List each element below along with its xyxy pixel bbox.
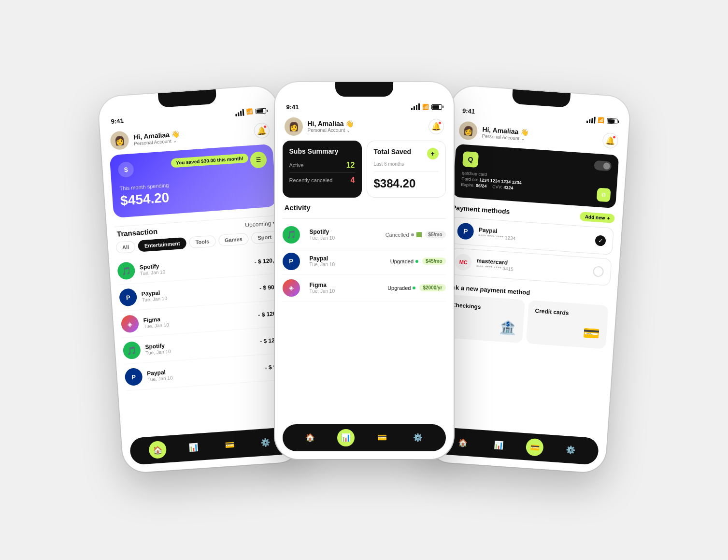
payment-methods-section: Payment methods Add new + P Paypal **** … (439, 202, 622, 290)
battery-icon-2 (431, 104, 442, 110)
upcoming-button[interactable]: Upcoming ▾ (244, 219, 276, 228)
card-logo: Q (462, 151, 479, 167)
bottom-nav-2: 🏠 📊 💳 ⚙️ (283, 424, 446, 451)
phone-2: 9:41 📶 👩 Hi, Amaliaa 👋 (275, 82, 454, 459)
transaction-list: 🎵 Spotify Tue, Jan 10 - $ 120,00 P Paypa… (109, 246, 300, 435)
dollar-icon: $ (117, 161, 134, 177)
wifi-icon-3: 📶 (597, 117, 604, 124)
nav-settings-1[interactable]: ⚙️ (256, 433, 274, 451)
card-toggle[interactable] (594, 160, 612, 171)
paypal-icon: P (118, 288, 137, 306)
link-credit-card[interactable]: Credit cards 💳 (526, 300, 608, 349)
figma-icon: ◈ (120, 315, 139, 333)
list-item[interactable]: P Paypal Tue, Jan 10 Upgraded $45/mo (283, 248, 446, 275)
subs-list-button[interactable]: ☰ (249, 151, 267, 168)
spotify-activity-icon: 🎵 (283, 226, 300, 244)
notification-button-2[interactable]: 🔔 (428, 119, 444, 134)
nav-chart-1[interactable]: 📊 (184, 438, 202, 456)
filter-sport[interactable]: Sport (251, 230, 278, 244)
wifi-icon-1: 📶 (246, 108, 253, 115)
nav-settings-3[interactable]: ⚙️ (561, 440, 580, 459)
subs-summary-card: Subs Summary Active 12 Recently canceled… (283, 141, 362, 198)
activity-header: Activity (275, 203, 454, 215)
nav-card-2[interactable]: 💳 (373, 429, 391, 446)
savings-badge: You saved $30.00 this month! (171, 153, 248, 168)
mastercard-payment-icon: MC (455, 253, 472, 271)
avatar-3: 👩 (458, 121, 478, 141)
greeting-2: Hi, Amaliaa 👋 (308, 120, 354, 128)
mastercard-radio[interactable] (592, 266, 603, 277)
paypal-icon-2: P (124, 367, 143, 386)
card-display: Q qatchup card Card no: 1234 1234 1234 1… (452, 144, 619, 208)
nav-chart-3[interactable]: 📊 (489, 435, 508, 454)
transaction-title: Transaction (116, 227, 157, 238)
filter-all[interactable]: All (115, 241, 136, 254)
payment-methods-title: Payment methods (451, 203, 510, 215)
avatar-2: 👩 (285, 117, 303, 136)
notification-button-1[interactable]: 🔔 (253, 122, 270, 139)
add-new-button[interactable]: Add new + (580, 212, 615, 223)
list-item[interactable]: ◈ Figma Tue, Jan 10 Upgraded $2000/yr (283, 275, 446, 302)
total-saved-card: Total Saved + Last 6 months $384.20 (367, 141, 446, 198)
phone-3: 9:41 📶 👩 Hi, Amaliaa 👋 (426, 85, 631, 473)
status-bar-2: 9:41 📶 (275, 82, 454, 115)
figma-activity-icon: ◈ (283, 279, 300, 297)
notif-dot-3 (612, 135, 615, 139)
header-2: 👩 Hi, Amaliaa 👋 Personal Account ⌄ 🔔 (275, 115, 454, 141)
time-3: 9:41 (462, 107, 475, 115)
add-saved-button[interactable]: + (427, 148, 439, 159)
nav-card-1[interactable]: 💳 (220, 435, 239, 454)
subs-summary-title: Subs Summary (289, 147, 355, 155)
paypal-radio[interactable]: ✓ (595, 235, 606, 246)
notification-button-3[interactable]: 🔔 (602, 132, 618, 148)
balance-card-1: $ You saved $30.00 this month! ☰ This mo… (109, 144, 276, 217)
nav-home-1[interactable]: 🏠 (148, 440, 167, 459)
time-1: 9:41 (111, 117, 124, 125)
checkings-illustration: 🏦 (450, 315, 517, 335)
nav-settings-2[interactable]: ⚙️ (409, 429, 427, 446)
avatar-1: 👩 (110, 130, 129, 150)
activity-title: Activity (285, 203, 311, 212)
link-section: Link a new payment method Checkings 🏦 Cr… (435, 277, 617, 349)
filter-games[interactable]: Games (218, 232, 249, 246)
battery-icon-1 (255, 108, 266, 114)
filter-tools[interactable]: Tools (188, 235, 215, 248)
subs-grid: Subs Summary Active 12 Recently canceled… (283, 141, 446, 198)
link-checkings-card[interactable]: Checkings 🏦 (443, 294, 525, 343)
activity-list: 🎵 Spotify Tue, Jan 10 Cancelled 🟩 $5/mo … (275, 222, 454, 302)
nav-chart-2[interactable]: 📊 (337, 429, 355, 446)
notif-dot-1 (263, 125, 266, 128)
battery-icon-3 (606, 118, 617, 124)
paypal-activity-icon: P (283, 253, 300, 270)
nav-card-3[interactable]: 💳 (525, 438, 543, 456)
list-item[interactable]: 🎵 Spotify Tue, Jan 10 Cancelled 🟩 $5/mo (283, 222, 446, 248)
wifi-icon-2: 📶 (422, 104, 429, 110)
nav-home-3[interactable]: 🏠 (454, 433, 472, 451)
nav-home-2[interactable]: 🏠 (301, 429, 319, 446)
time-2: 9:41 (286, 103, 299, 111)
paypal-payment-icon: P (457, 222, 474, 240)
copy-card-button[interactable]: ⧉ (596, 187, 611, 202)
account-type-2: Personal Account ⌄ (308, 128, 354, 133)
spotify-icon: 🎵 (117, 261, 135, 280)
phone-1: 9:41 📶 👩 Hi, Amaliaa 👋 (98, 85, 302, 473)
notif-dot-2 (438, 121, 442, 125)
spotify-icon-2: 🎵 (122, 341, 141, 359)
credit-cards-illustration: 💳 (533, 321, 600, 341)
